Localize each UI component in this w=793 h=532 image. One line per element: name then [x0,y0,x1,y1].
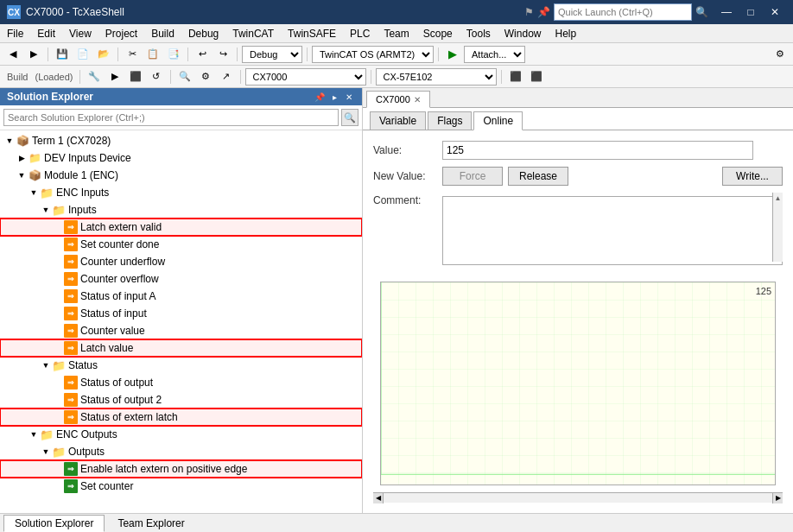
settings-btn[interactable]: ⚙ [771,46,790,63]
comment-label: Comment: [373,193,442,206]
attach-dropdown[interactable]: Attach... [464,46,525,63]
cx-dropdown[interactable]: CX7000 [245,68,366,86]
scrollbar-up[interactable]: ▲ [775,194,782,202]
tree-item-status-folder[interactable]: ▼ 📁 Status [0,357,362,374]
se-search-btn[interactable]: 🔍 [341,109,358,126]
force-button[interactable]: Force [442,167,503,186]
se-arrow-btn[interactable]: ▸ [328,91,340,103]
quick-launch-input[interactable] [554,3,692,21]
horizontal-scrollbar[interactable]: ◀ ▶ [373,492,783,503]
tree-item-status-output2[interactable]: ⇒ Status of output 2 [0,391,362,408]
tree-item-status-input-b[interactable]: ⇒ Status of input [0,305,362,322]
menu-build[interactable]: Build [144,24,181,43]
write-button[interactable]: Write... [722,167,783,186]
expand-arrow[interactable]: ▼ [28,187,40,199]
tree-item-counter-underflow[interactable]: ⇒ Counter underflow [0,253,362,270]
expand-arrow[interactable]: ▼ [28,428,40,440]
tree-item-status-extern-latch[interactable]: ⇒ Status of extern latch [0,408,362,426]
tree-item-term1[interactable]: ▼ 📦 Term 1 (CX7028) [0,132,362,149]
tree-item-status-output[interactable]: ⇒ Status of output [0,374,362,391]
expand-arrow[interactable]: ▼ [40,204,52,216]
expand-arrow[interactable]: ▼ [3,135,16,147]
close-button[interactable]: ✕ [764,3,786,21]
release-button[interactable]: Release [508,167,568,186]
menu-window[interactable]: Window [498,24,549,43]
se-close-btn[interactable]: ✕ [343,91,355,103]
tree-item-enable-latch[interactable]: ⇒ Enable latch extern on positive edge [0,460,362,478]
menu-file[interactable]: File [0,24,30,43]
cx7000-tab[interactable]: CX7000 ✕ [366,91,430,108]
tree-item-set-counter[interactable]: ⇒ Set counter [0,478,362,495]
tb2-ref[interactable]: ↗ [217,68,236,86]
tab-team-explorer[interactable]: Team Explorer [106,515,195,532]
tab-solution-explorer[interactable]: Solution Explorer [3,515,105,532]
paste-btn[interactable]: 📑 [164,46,183,63]
menu-project[interactable]: Project [98,24,144,43]
tree-item-enc-outputs[interactable]: ▼ 📁 ENC Outputs [0,426,362,443]
os-dropdown[interactable]: TwinCAT OS (ARMT2) [312,46,434,63]
menu-twinsafe[interactable]: TwinSAFE [281,24,343,43]
tree-item-enc-inputs[interactable]: ▼ 📁 ENC Inputs [0,184,362,201]
run-btn[interactable]: ▶ [443,46,462,63]
tab-label: CX7000 [376,94,410,104]
undo-btn[interactable]: ↩ [193,46,212,63]
tab-close-icon[interactable]: ✕ [414,95,421,104]
se-pin-btn[interactable]: 📌 [314,91,326,103]
forward-btn[interactable]: ▶ [24,46,43,63]
expand-arrow[interactable]: ▼ [16,169,28,181]
menu-help[interactable]: Help [548,24,583,43]
tree-item-latch-extern-valid[interactable]: ⇒ Latch extern valid [0,218,362,236]
tab-variable[interactable]: Variable [370,111,426,130]
tree-item-status-input-a[interactable]: ⇒ Status of input A [0,288,362,305]
tab-online[interactable]: Online [473,111,523,130]
menu-scope[interactable]: Scope [416,24,460,43]
maximize-button[interactable]: □ [739,3,762,21]
value-input[interactable] [442,141,753,160]
tree-item-counter-overflow[interactable]: ⇒ Counter overflow [0,270,362,288]
solution-tree: ▼ 📦 Term 1 (CX7028) ▶ 📁 DEV Inputs Devic… [0,130,362,513]
se-search-input[interactable] [3,109,339,126]
menu-twincat[interactable]: TwinCAT [225,24,281,43]
cx-sub-dropdown[interactable]: CX-57E102 [376,68,497,86]
comment-textarea[interactable] [442,196,783,265]
expand-arrow[interactable]: ▼ [40,446,52,458]
tab-flags[interactable]: Flags [428,111,472,130]
tree-item-latch-value[interactable]: ⇒ Latch value [0,339,362,357]
copy-btn[interactable]: 📋 [143,46,162,63]
tree-item-counter-value[interactable]: ⇒ Counter value [0,322,362,339]
menu-view[interactable]: View [62,24,98,43]
no-arrow [52,307,64,320]
menu-debug[interactable]: Debug [181,24,225,43]
scroll-right-btn[interactable]: ▶ [772,493,783,504]
tb2-btn4[interactable]: ↺ [147,68,166,86]
tb2-extra1[interactable]: ⬛ [506,68,525,86]
save-btn[interactable]: 💾 [53,46,72,63]
tb2-btn2[interactable]: ▶ [105,68,124,86]
menu-plc[interactable]: PLC [343,24,377,43]
open-btn[interactable]: 📂 [94,46,113,63]
tb2-btn3[interactable]: ⬛ [126,68,145,86]
tree-item-set-counter-done[interactable]: ⇒ Set counter done [0,236,362,253]
tree-item-dev-inputs[interactable]: ▶ 📁 DEV Inputs Device [0,149,362,167]
tb2-gear[interactable]: ⚙ [196,68,215,86]
tree-item-module1[interactable]: ▼ 📦 Module 1 (ENC) [0,167,362,184]
tb2-extra2[interactable]: ⬛ [527,68,546,86]
tree-item-label: Enable latch extern on positive edge [80,463,247,475]
back-btn[interactable]: ◀ [3,46,22,63]
expand-arrow[interactable]: ▼ [40,359,52,371]
expand-arrow[interactable]: ▶ [16,152,28,164]
redo-btn[interactable]: ↪ [213,46,232,63]
cut-btn[interactable]: ✂ [123,46,142,63]
new-btn[interactable]: 📄 [73,46,92,63]
scroll-left-btn[interactable]: ◀ [373,493,384,504]
tb2-zoom[interactable]: 🔍 [175,68,194,86]
menu-tools[interactable]: Tools [460,24,498,43]
tree-item-inputs[interactable]: ▼ 📁 Inputs [0,201,362,218]
menu-team[interactable]: Team [377,24,416,43]
tb2-btn1[interactable]: 🔧 [85,68,104,86]
config-dropdown[interactable]: Debug [242,46,302,63]
minimize-button[interactable]: — [715,3,738,21]
tree-item-outputs[interactable]: ▼ 📁 Outputs [0,443,362,460]
window-controls[interactable]: — □ ✕ [715,3,786,21]
menu-edit[interactable]: Edit [30,24,62,43]
